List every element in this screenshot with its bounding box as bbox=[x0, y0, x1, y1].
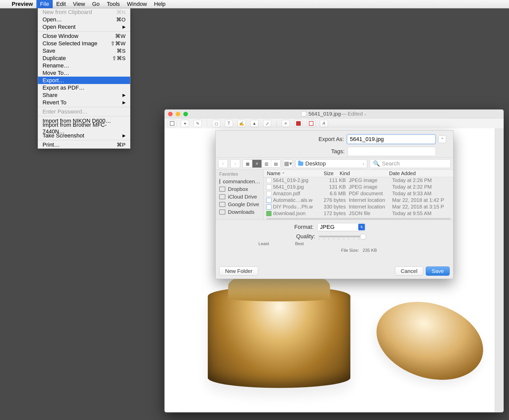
menu-view[interactable]: View bbox=[70, 0, 89, 8]
favorites-sidebar: Favorites commandcen… Dropbox iCloud Dri… bbox=[216, 170, 264, 220]
file-icon bbox=[266, 185, 271, 190]
zoom-window-button[interactable] bbox=[183, 112, 188, 116]
adjust-color-button[interactable]: ▲ bbox=[250, 120, 258, 127]
file-menu-import-from-brother-mfc-7440n[interactable]: Import from Brother MFC-7440N… bbox=[38, 124, 130, 132]
save-button[interactable]: Save bbox=[426, 267, 450, 276]
file-menu-print[interactable]: Print…⌘P bbox=[38, 141, 130, 148]
location-label: Desktop bbox=[305, 160, 326, 167]
menu-window[interactable]: Window bbox=[123, 0, 150, 8]
title-chevron-icon[interactable]: ⌄ bbox=[363, 112, 367, 116]
close-window-button[interactable] bbox=[168, 112, 173, 116]
file-menu-close-window[interactable]: Close Window⌘W bbox=[38, 32, 130, 40]
file-menu-move-to[interactable]: Move To… bbox=[38, 69, 130, 77]
draw-tool-button[interactable]: ✎ bbox=[194, 120, 202, 127]
file-menu-export[interactable]: Export… bbox=[38, 77, 130, 84]
export-filename-field[interactable] bbox=[347, 135, 435, 144]
menu-help[interactable]: Help bbox=[150, 0, 169, 8]
window-titlebar[interactable]: 5641_019.jpg — Edited ⌄ bbox=[164, 109, 504, 118]
cancel-button[interactable]: Cancel bbox=[395, 267, 423, 276]
file-date: Today at 2:26 PM bbox=[392, 177, 453, 183]
collapse-browser-button[interactable]: ⌃ bbox=[438, 135, 446, 143]
column-name[interactable]: Name ⌃ bbox=[264, 171, 297, 176]
text-tool-button[interactable]: T bbox=[225, 120, 233, 127]
adjust-size-button[interactable]: ⤢ bbox=[263, 120, 271, 127]
quality-label: Quality: bbox=[282, 233, 315, 240]
sidebar-item-dropbox[interactable]: Dropbox bbox=[216, 185, 264, 193]
search-field[interactable]: 🔍 Search bbox=[370, 159, 451, 168]
file-menu-dropdown: New from Clipboard⌘NOpen…⌘OOpen Recent▶C… bbox=[38, 8, 130, 149]
window-edited-indicator[interactable]: — Edited bbox=[341, 111, 363, 117]
app-menu-preview[interactable]: Preview bbox=[8, 0, 36, 8]
file-row[interactable]: Amazon.pdf6.6 MBPDF documentToday at 9:3… bbox=[264, 190, 453, 197]
quality-slider[interactable] bbox=[319, 236, 364, 237]
menu-edit[interactable]: Edit bbox=[53, 0, 70, 8]
format-value: JPEG bbox=[320, 224, 335, 230]
file-row[interactable]: 5641_019-2.jpg111 KBJPEG imageToday at 2… bbox=[264, 177, 453, 184]
fill-color-button[interactable] bbox=[294, 120, 302, 127]
view-gallery-icon[interactable]: ▤ bbox=[271, 160, 280, 167]
menu-tools[interactable]: Tools bbox=[103, 0, 123, 8]
file-menu-export-as-pdf[interactable]: Export as PDF… bbox=[38, 84, 130, 91]
border-color-button[interactable] bbox=[307, 120, 315, 127]
file-kind: Internet location bbox=[349, 204, 392, 210]
window-scrollbar[interactable] bbox=[495, 128, 504, 412]
tags-label: Tags: bbox=[331, 148, 345, 155]
menu-file[interactable]: File bbox=[36, 0, 52, 8]
file-menu-revert-to[interactable]: Revert To▶ bbox=[38, 99, 130, 106]
sidebar-item-downloads[interactable]: Downloads bbox=[216, 208, 264, 216]
tags-field[interactable] bbox=[348, 147, 436, 156]
file-size: 172 bytes bbox=[313, 211, 349, 216]
back-button[interactable]: ‹ bbox=[218, 159, 228, 168]
file-row[interactable]: download.json172 bytesJSON fileToday at … bbox=[264, 210, 453, 217]
export-options: Format: JPEG ⇅ Quality: Least Best File … bbox=[216, 220, 453, 253]
file-menu-share[interactable]: Share▶ bbox=[38, 91, 130, 99]
file-menu-open[interactable]: Open…⌘O bbox=[38, 16, 130, 23]
horizontal-scrollbar[interactable] bbox=[266, 218, 451, 220]
new-folder-button[interactable]: New Folder bbox=[219, 267, 258, 276]
quality-least-label: Least bbox=[258, 241, 269, 246]
menu-go[interactable]: Go bbox=[89, 0, 103, 8]
sign-tool-button[interactable]: ✍ bbox=[238, 120, 246, 127]
file-date: Today at 2:32 PM bbox=[392, 184, 453, 190]
file-row[interactable]: Automatic…als.webloc276 bytesInternet lo… bbox=[264, 197, 453, 204]
view-columns-icon[interactable]: ▥ bbox=[262, 160, 271, 167]
file-size-value: 235 KB bbox=[363, 248, 377, 253]
file-menu-save[interactable]: Save⌘S bbox=[38, 47, 130, 54]
instant-alpha-button[interactable]: ✦ bbox=[181, 120, 189, 127]
column-date-added[interactable]: Date Added bbox=[386, 171, 453, 176]
file-list-header[interactable]: Name ⌃ Size Kind Date Added bbox=[264, 170, 453, 177]
file-list[interactable]: Name ⌃ Size Kind Date Added 5641_019-2.j… bbox=[264, 170, 453, 220]
line-style-button[interactable]: ≡ bbox=[282, 120, 290, 127]
column-kind[interactable]: Kind bbox=[337, 171, 386, 176]
sidebar-item-home[interactable]: commandcen… bbox=[216, 178, 264, 185]
file-menu-open-recent[interactable]: Open Recent▶ bbox=[38, 23, 130, 31]
document-proxy-icon[interactable] bbox=[301, 111, 306, 116]
minimize-window-button[interactable] bbox=[176, 112, 180, 116]
view-list-icon[interactable]: ≡ bbox=[252, 160, 262, 167]
forward-button[interactable]: › bbox=[230, 159, 240, 168]
file-kind: Internet location bbox=[349, 197, 392, 203]
file-date: Today at 9:33 AM bbox=[392, 191, 453, 197]
shapes-tool-button[interactable]: ◻ bbox=[212, 120, 220, 127]
file-menu-close-selected-image[interactable]: Close Selected Image⇧⌘W bbox=[38, 40, 130, 47]
sidebar-item-gdrive[interactable]: Google Drive bbox=[216, 201, 264, 208]
file-row[interactable]: 5641_019.jpg131 KBJPEG imageToday at 2:3… bbox=[264, 184, 453, 190]
group-by-button[interactable]: ▦▾ bbox=[283, 159, 293, 168]
column-size[interactable]: Size bbox=[297, 171, 337, 176]
sidebar-item-icloud[interactable]: iCloud Drive bbox=[216, 193, 264, 201]
folder-icon bbox=[298, 162, 303, 166]
file-menu-duplicate[interactable]: Duplicate⇧⌘S bbox=[38, 54, 130, 62]
dropbox-icon bbox=[219, 187, 225, 192]
view-mode-switcher[interactable]: ▦ ≡ ▥ ▤ bbox=[243, 160, 281, 168]
file-kind: JSON file bbox=[349, 211, 392, 216]
text-style-button[interactable]: A bbox=[320, 120, 328, 127]
file-row[interactable]: DIY Produ…Ph.webloc330 bytesInternet loc… bbox=[264, 204, 453, 210]
location-popup[interactable]: Desktop ↕ bbox=[295, 159, 367, 168]
export-dialog: Export As: ⌃ Tags: ‹ › ▦ ≡ ▥ ▤ ▦▾ Deskto… bbox=[215, 130, 453, 279]
selection-tool-button[interactable] bbox=[168, 120, 176, 127]
markup-toolbar: ✦ ✎ ◻ T ✍ ▲ ⤢ ≡ A bbox=[164, 118, 504, 129]
file-size-label: File Size: bbox=[341, 248, 359, 253]
format-popup[interactable]: JPEG ⇅ bbox=[317, 223, 366, 231]
file-menu-rename[interactable]: Rename… bbox=[38, 62, 130, 69]
view-icons-icon[interactable]: ▦ bbox=[243, 160, 252, 167]
